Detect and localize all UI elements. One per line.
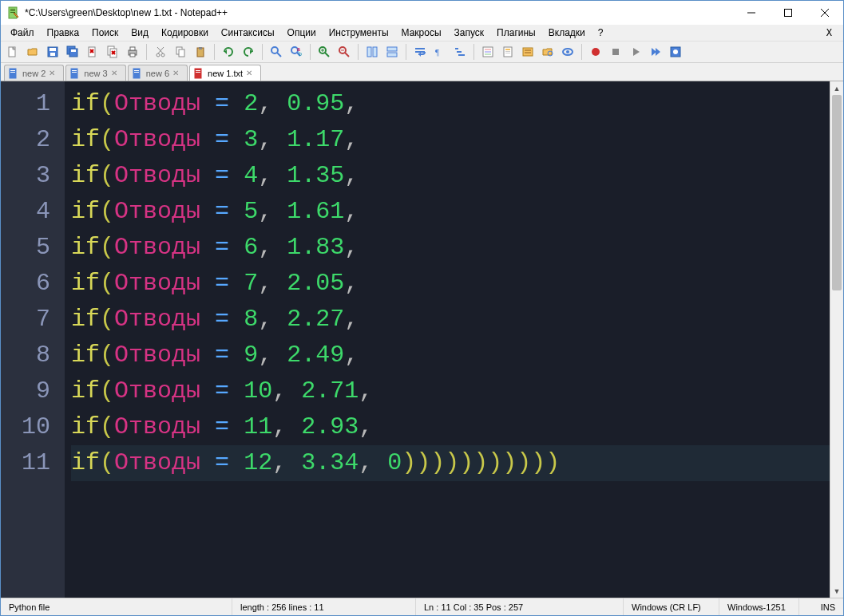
svg-rect-77 [71,69,77,78]
menu-правка[interactable]: Правка [41,26,86,40]
open-file-icon[interactable] [24,43,42,61]
code-line[interactable]: if(Отводы = 11, 2.93, [71,409,830,445]
close-file-icon[interactable] [84,43,101,61]
svg-line-40 [325,53,329,57]
record-icon[interactable] [587,43,604,61]
svg-rect-10 [50,48,56,51]
cut-icon[interactable] [152,43,169,61]
menu-плагины[interactable]: Плагины [490,26,542,40]
play-icon[interactable] [627,43,644,61]
doc-list-icon[interactable] [519,43,537,61]
svg-rect-61 [505,49,510,50]
svg-rect-23 [130,47,135,50]
svg-line-27 [158,47,164,53]
status-encoding[interactable]: Windows-1251 [719,598,799,615]
code-area[interactable]: if(Отводы = 2, 0.95,if(Отводы = 3, 1.17,… [65,81,830,598]
wrap-icon[interactable] [411,43,429,61]
code-line[interactable]: if(Отводы = 12, 3.34, 0))))))))))) [71,445,830,481]
tab-close-icon[interactable]: ✕ [172,69,182,78]
folder-icon[interactable] [539,43,557,61]
svg-point-26 [161,53,164,57]
svg-line-28 [157,47,163,53]
indent-guide-icon[interactable] [451,43,469,61]
redo-icon[interactable] [240,43,257,61]
save-all-icon[interactable] [64,43,81,61]
close-doc-button[interactable]: X [818,26,840,40]
tab-new-1-txt[interactable]: new 1.txt✕ [189,65,261,81]
maximize-button[interactable] [770,1,806,25]
menu-файл[interactable]: Файл [4,26,41,40]
menu-кодировки[interactable]: Кодировки [155,26,215,40]
lang-icon[interactable] [479,43,497,61]
scroll-track[interactable] [830,95,843,584]
replace-icon[interactable]: ab [287,43,305,61]
scroll-down-arrow[interactable]: ▼ [830,584,843,598]
vertical-scrollbar[interactable]: ▲ ▼ [830,81,843,598]
svg-text:b: b [299,51,302,57]
menu-поиск[interactable]: Поиск [85,26,125,40]
doc-map-icon[interactable] [499,43,517,61]
code-line[interactable]: if(Отводы = 6, 1.83, [71,230,830,266]
status-length: length : 256 lines : 11 [232,598,416,615]
code-line[interactable]: if(Отводы = 2, 0.95, [71,86,830,122]
window-title: *C:\Users\green\Desktop\new 1.txt - Note… [25,7,733,18]
menu-вкладки[interactable]: Вкладки [542,26,592,40]
toolbar-separator [310,44,311,60]
sync-v-icon[interactable] [363,43,381,61]
code-line[interactable]: if(Отводы = 5, 1.61, [71,194,830,230]
save-macro-icon[interactable] [667,43,684,61]
code-line[interactable]: if(Отводы = 7, 2.05, [71,266,830,302]
app-icon [7,6,20,19]
zoom-in-icon[interactable] [315,43,333,61]
scroll-up-arrow[interactable]: ▲ [830,81,843,95]
tab-new-3[interactable]: new 3✕ [65,65,125,81]
print-icon[interactable] [124,43,141,61]
code-line[interactable]: if(Отводы = 10, 2.71, [71,373,830,409]
code-line[interactable]: if(Отводы = 8, 2.27, [71,302,830,338]
toolbar-separator [146,44,147,60]
svg-rect-75 [10,70,15,71]
new-file-icon[interactable] [4,43,22,61]
minimize-button[interactable] [733,1,770,25]
close-button[interactable] [806,1,843,25]
undo-icon[interactable] [220,43,237,61]
tab-close-icon[interactable]: ✕ [246,69,256,78]
editor-container: 1 2 3 4 5 6 7 8 9 10 11 if(Отводы = 2, 0… [1,81,843,598]
copy-icon[interactable] [172,43,189,61]
scroll-thumb[interactable] [832,95,842,290]
tab-close-icon[interactable]: ✕ [49,69,58,78]
code-line[interactable]: if(Отводы = 9, 2.49, [71,338,830,373]
svg-rect-49 [387,53,397,57]
menu-инструменты[interactable]: Инструменты [323,26,395,40]
toolbar-separator [262,44,263,60]
menu-опции[interactable]: Опции [281,26,323,40]
tab-new-6[interactable]: new 6✕ [128,65,188,81]
status-bar: Python file length : 256 lines : 11 Ln :… [1,598,843,615]
svg-text:¶: ¶ [435,47,439,57]
menu-запуск[interactable]: Запуск [448,26,491,40]
status-eol[interactable]: Windows (CR LF) [624,598,719,615]
close-all-icon[interactable] [104,43,121,61]
menu-вид[interactable]: Вид [125,26,155,40]
code-line[interactable]: if(Отводы = 3, 1.17, [71,122,830,158]
menu-?[interactable]: ? [592,26,610,40]
menu-синтаксисы[interactable]: Синтаксисы [215,26,281,40]
find-icon[interactable] [267,43,285,61]
play-multi-icon[interactable] [647,43,664,61]
zoom-out-icon[interactable] [335,43,353,61]
code-line[interactable]: if(Отводы = 4, 1.35, [71,158,830,194]
paste-icon[interactable] [192,43,209,61]
tab-close-icon[interactable]: ✕ [111,69,121,78]
window-titlebar: *C:\Users\green\Desktop\new 1.txt - Note… [1,1,843,25]
stop-icon[interactable] [607,43,624,61]
all-chars-icon[interactable]: ¶ [431,43,449,61]
menu-макросы[interactable]: Макросы [395,26,448,40]
file-icon [69,68,81,79]
save-file-icon[interactable] [44,43,61,61]
sync-h-icon[interactable] [383,43,401,61]
tab-new-2[interactable]: new 2✕ [4,65,64,81]
status-insert-mode[interactable]: INS [799,598,843,615]
show-all-icon[interactable] [559,43,577,61]
svg-rect-11 [50,53,55,56]
code-editor[interactable]: 1 2 3 4 5 6 7 8 9 10 11 if(Отводы = 2, 0… [1,81,830,598]
